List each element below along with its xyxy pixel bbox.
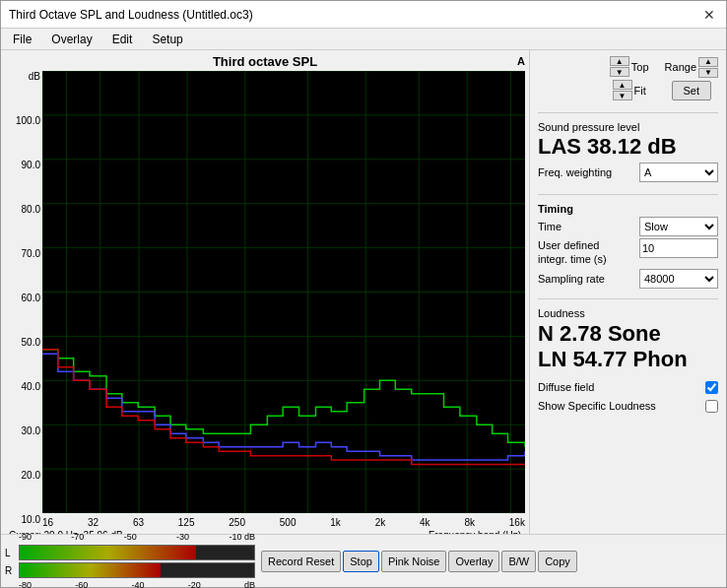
menu-edit[interactable]: Edit	[108, 32, 137, 47]
range-label: Range	[665, 61, 696, 73]
sampling-rate-select[interactable]: 48000 44100 96000	[639, 269, 718, 289]
meter-top-labels: -90 -70 -50 -30 -10 dB	[19, 532, 255, 542]
top-up-button[interactable]: ▲	[610, 56, 629, 66]
sampling-rate-row: Sampling rate 48000 44100 96000	[538, 269, 718, 289]
chart-canvas	[42, 71, 525, 513]
x-tick-7: 2k	[375, 517, 386, 528]
x-tick-6: 1k	[330, 517, 341, 528]
main-window: Third Octave SPL and Loudness (Untitled.…	[0, 0, 727, 588]
x-tick-9: 8k	[464, 517, 475, 528]
freq-weighting-row: Freq. weighting A B C Z	[538, 163, 718, 182]
record-reset-button[interactable]: Record Reset	[261, 551, 341, 572]
spl-value: LAS 38.12 dB	[538, 135, 718, 159]
fit-up-button[interactable]: ▲	[613, 80, 632, 90]
window-title: Third Octave SPL and Loudness (Untitled.…	[9, 8, 253, 22]
meter-label-neg80: -80	[19, 580, 32, 588]
x-axis: 16 32 63 125 250 500 1k 2k 4k 8k 16k	[42, 515, 525, 529]
fit-down-button[interactable]: ▼	[613, 91, 632, 100]
side-panel: ▲ ▼ Top ▲ ▼ Fit Range	[529, 50, 726, 534]
meter-labels-top-row: -90 -70 -50 -30 -10 dB	[5, 532, 255, 542]
meter-l-ch: L	[5, 548, 17, 558]
fit-label: Fit	[634, 85, 646, 97]
diffuse-field-checkbox[interactable]	[705, 381, 718, 394]
close-button[interactable]: ✕	[700, 6, 718, 24]
show-specific-row: Show Specific Loudness	[538, 400, 718, 413]
meter-label-neg90: -90	[19, 532, 32, 542]
menu-file[interactable]: File	[9, 32, 35, 47]
x-tick-3: 125	[178, 517, 195, 528]
diffuse-field-row: Diffuse field	[538, 381, 718, 394]
top-label: Top	[631, 61, 649, 73]
timing-section-title: Timing	[538, 203, 718, 215]
range-down-button[interactable]: ▼	[698, 68, 718, 78]
show-specific-checkbox[interactable]	[705, 400, 718, 413]
bw-button[interactable]: B/W	[501, 551, 536, 572]
range-up-button[interactable]: ▲	[698, 57, 718, 67]
x-tick-1: 32	[88, 517, 99, 528]
x-tick-10: 16k	[509, 517, 525, 528]
bottom-bar: -90 -70 -50 -30 -10 dB L R	[1, 534, 726, 587]
copy-button[interactable]: Copy	[538, 551, 577, 572]
chart-area: Third octave SPL ARTA dB 100.0 90.0 80.0…	[1, 50, 529, 534]
chart-wrapper: dB 100.0 90.0 80.0 70.0 60.0 50.0 40.0 3…	[5, 71, 525, 529]
meter-label-neg40: -40	[131, 580, 144, 588]
meter-r-bar	[19, 562, 255, 578]
time-row: Time Slow Fast Impulse	[538, 217, 718, 236]
set-button[interactable]: Set	[672, 81, 711, 100]
y-label-db: dB	[29, 71, 40, 82]
divider-3	[538, 298, 718, 299]
meter-label-neg10: -10 dB	[229, 532, 255, 542]
y-tick-7: 30.0	[22, 425, 40, 436]
menu-bar: File Overlay Edit Setup	[1, 29, 726, 50]
y-tick-9: 10.0	[22, 514, 40, 525]
y-axis: dB 100.0 90.0 80.0 70.0 60.0 50.0 40.0 3…	[5, 71, 42, 529]
user-defined-input[interactable]	[639, 238, 718, 258]
meter-label-db: dB	[244, 580, 255, 588]
stop-button[interactable]: Stop	[343, 551, 379, 572]
range-controls: ▲ ▼ Top ▲ ▼ Fit Range	[538, 56, 718, 100]
meter-label-neg30: -30	[176, 532, 189, 542]
action-buttons: Record Reset Stop Pink Noise Overlay B/W…	[261, 551, 577, 572]
y-tick-5: 50.0	[22, 337, 40, 348]
meter-l-row: L	[5, 545, 255, 560]
x-tick-2: 63	[133, 517, 144, 528]
loudness-section-title: Loudness	[538, 307, 718, 319]
meter-bottom-labels: -80 -60 -40 -20 dB	[19, 580, 255, 588]
sampling-rate-label: Sampling rate	[538, 273, 605, 285]
show-specific-label: Show Specific Loudness	[538, 400, 656, 412]
y-tick-6: 40.0	[22, 381, 40, 392]
divider-1	[538, 112, 718, 113]
y-tick-2: 80.0	[22, 204, 40, 215]
meter-r-row: R	[5, 562, 255, 578]
loudness-section: Loudness N 2.78 Sone LN 54.77 Phon	[538, 307, 718, 373]
x-tick-4: 250	[229, 517, 245, 528]
menu-setup[interactable]: Setup	[148, 32, 186, 47]
y-tick-4: 60.0	[22, 293, 40, 303]
meter-label-neg70: -70	[71, 532, 84, 542]
menu-overlay[interactable]: Overlay	[47, 32, 96, 47]
range-control-group: Range ▲ ▼ Set	[665, 57, 718, 100]
top-down-button[interactable]: ▼	[610, 67, 629, 77]
overlay-button[interactable]: Overlay	[448, 551, 499, 572]
diffuse-field-label: Diffuse field	[538, 381, 594, 393]
user-defined-row: User definedintegr. time (s)	[538, 238, 718, 267]
level-meters: -90 -70 -50 -30 -10 dB L R	[5, 532, 255, 588]
loudness-ln-value: LN 54.77 Phon	[538, 347, 718, 372]
meter-l-bar	[19, 545, 255, 560]
divider-2	[538, 194, 718, 195]
meter-r-fill	[20, 563, 161, 577]
top-control-group: ▲ ▼ Top ▲ ▼ Fit	[610, 56, 649, 100]
title-bar: Third Octave SPL and Loudness (Untitled.…	[1, 1, 726, 29]
x-tick-5: 500	[280, 517, 297, 528]
time-label: Time	[538, 221, 562, 232]
chart-header: Third octave SPL ARTA	[5, 54, 525, 69]
y-tick-3: 70.0	[22, 248, 40, 259]
pink-noise-button[interactable]: Pink Noise	[381, 551, 447, 572]
meter-l-fill	[20, 546, 196, 559]
meter-labels-bottom-row: -80 -60 -40 -20 dB	[5, 580, 255, 588]
spl-section-title: Sound pressure level	[538, 121, 718, 133]
meter-r-ch: R	[5, 565, 17, 576]
freq-weighting-select[interactable]: A B C Z	[639, 163, 718, 182]
time-select[interactable]: Slow Fast Impulse	[639, 217, 718, 236]
x-tick-8: 4k	[420, 517, 430, 528]
